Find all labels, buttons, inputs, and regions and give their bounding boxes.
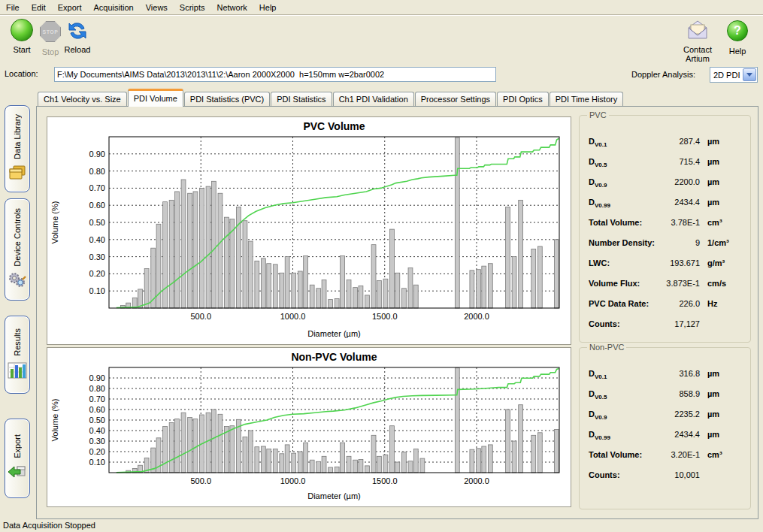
stat-value: 3.20E-1 [625, 450, 700, 459]
stat-unit: µm [707, 137, 719, 146]
chart-canvas: 0.100.200.300.400.500.600.700.800.90500.… [47, 348, 569, 505]
status-bar: Data Acquisition Stopped [0, 518, 763, 532]
tab-pdi-statistics[interactable]: PDI Statistics [271, 92, 332, 106]
tab-pdi-optics[interactable]: PDI Optics [497, 92, 549, 106]
tab-pdi-statistics-pvc[interactable]: PDI Statistics (PVC) [184, 92, 270, 106]
stat-label: Counts: [589, 470, 620, 479]
y-tick-label: 0.80 [89, 384, 105, 393]
sidebar-item-label: Results [13, 328, 22, 356]
tab-pdi-volume[interactable]: PDI Volume [128, 89, 183, 107]
sidebar-item-data-library[interactable]: Data Library [5, 105, 30, 192]
doppler-analysis-value: 2D PDI [710, 71, 742, 80]
stat-value: 287.4 [625, 137, 700, 146]
stat-value: 858.9 [625, 389, 700, 398]
stat-row: DV0.1287.4µm [580, 132, 750, 153]
y-tick-label: 0.90 [89, 150, 105, 159]
y-tick-label: 0.60 [89, 201, 105, 210]
tab-pdi-time-history[interactable]: PDI Time History [550, 92, 624, 106]
stat-unit: µm [707, 410, 719, 419]
reload-icon [65, 19, 89, 43]
stat-value: 226.0 [625, 299, 700, 308]
pvc-stats-groupbox: PVC DV0.1287.4µmDV0.5715.4µmDV0.92200.0µ… [579, 115, 751, 343]
x-tick-label: 1500.0 [372, 312, 398, 321]
stat-row: DV0.5858.9µm [580, 385, 750, 405]
y-tick-label: 0.40 [89, 235, 105, 244]
menu-item-acquisition[interactable]: Acquisition [88, 2, 140, 14]
status-text: Data Acquisition Stopped [3, 521, 95, 530]
stat-value: 2235.2 [625, 410, 700, 419]
menu-item-file[interactable]: File [0, 2, 26, 14]
sidebar-item-label: Export [13, 434, 22, 458]
stat-row: LWC:193.671g/m³ [580, 254, 750, 274]
doppler-analysis-select[interactable]: 2D PDI [710, 67, 758, 83]
stat-label-dv0-5: DV0.5 [589, 157, 607, 168]
pvc-volume-chart: 0.100.200.300.400.500.600.700.800.90500.… [47, 116, 571, 345]
stat-unit: cm/s [707, 279, 726, 288]
stat-value: 3.78E-1 [625, 218, 700, 227]
chart-canvas: 0.100.200.300.400.500.600.700.800.90500.… [47, 117, 569, 343]
y-tick-label: 0.50 [89, 416, 105, 425]
stat-label-dv0-1: DV0.1 [589, 137, 607, 148]
stat-unit: µm [707, 369, 719, 378]
reload-button[interactable]: Reload [57, 19, 98, 54]
stat-unit: µm [707, 157, 719, 166]
chevron-down-icon[interactable] [743, 68, 756, 81]
stat-value: 3.873E-1 [625, 279, 700, 288]
y-tick-label: 0.20 [89, 447, 105, 456]
stat-row: PVC Data Rate:226.0Hz [580, 295, 750, 315]
tab-ch1-pdi-validation[interactable]: Ch1 PDI Validation [333, 92, 414, 106]
stat-row: Total Volume:3.20E-1cm³ [580, 446, 750, 466]
doppler-analysis-label: Doppler Analysis: [631, 70, 695, 79]
non-pvc-stat-rows: DV0.1316.8µmDV0.5858.9µmDV0.92235.2µmDV0… [580, 364, 750, 486]
y-tick-label: 0.10 [89, 458, 105, 467]
help-icon: ? [725, 20, 749, 44]
x-axis-label: Diameter (µm) [307, 329, 361, 338]
folders-icon [8, 159, 27, 183]
barchart-icon [8, 356, 27, 381]
x-tick-label: 1000.0 [280, 312, 306, 321]
menu-item-views[interactable]: Views [140, 2, 174, 14]
stat-label-dv0-99: DV0.99 [589, 198, 610, 209]
sidebar-item-results[interactable]: Results [5, 316, 30, 394]
pvc-stat-rows: DV0.1287.4µmDV0.5715.4µmDV0.92200.0µmDV0… [580, 132, 750, 335]
y-tick-label: 0.30 [89, 437, 105, 446]
menu-item-edit[interactable]: Edit [26, 2, 52, 14]
y-tick-label: 0.30 [89, 252, 105, 261]
stat-label: Counts: [589, 319, 620, 328]
sidebar-item-label: Device Controls [13, 208, 22, 267]
menu-item-network[interactable]: Network [210, 2, 253, 14]
stat-unit: µm [707, 198, 719, 207]
stat-row: DV0.5715.4µm [580, 153, 750, 173]
stat-value: 2434.4 [625, 430, 700, 439]
stat-unit: cm³ [707, 450, 722, 459]
chart-title: PVC Volume [303, 120, 365, 132]
stat-row: DV0.992434.4µm [580, 425, 750, 446]
x-tick-label: 500.0 [190, 476, 211, 485]
help-button[interactable]: ? Help [722, 19, 752, 56]
sidebar: Data LibraryDevice ControlsResultsExport [0, 89, 35, 518]
y-tick-label: 0.80 [89, 167, 105, 176]
sidebar-item-export[interactable]: Export [5, 419, 30, 498]
menu-item-export[interactable]: Export [52, 2, 88, 14]
tab-strip: Ch1 Velocity vs. SizePDI VolumePDI Stati… [38, 89, 624, 106]
x-tick-label: 500.0 [190, 312, 211, 321]
tab-processor-settings[interactable]: Processor Settings [415, 92, 496, 106]
non-pvc-groupbox-title: Non-PVC [587, 343, 626, 352]
contact-artium-button[interactable]: Contact Artium [676, 19, 719, 63]
stat-label-dv0-9: DV0.9 [589, 177, 607, 189]
y-axis-label: Volume (%) [50, 399, 59, 442]
menu-bar: FileEditExportAcquisitionViewsScriptsNet… [0, 0, 763, 15]
stat-row: DV0.92200.0µm [580, 173, 750, 193]
location-input[interactable] [54, 67, 496, 82]
menu-item-scripts[interactable]: Scripts [174, 2, 211, 14]
location-row: Location: Doppler Analysis: 2D PDI [0, 66, 763, 83]
stat-value: 193.671 [625, 258, 700, 268]
stat-row: Counts:17,127 [580, 315, 750, 335]
stat-unit: g/m³ [707, 258, 725, 268]
stat-row: Volume Flux:3.873E-1cm/s [580, 274, 750, 295]
non-pvc-stats-groupbox: Non-PVC DV0.1316.8µmDV0.5858.9µmDV0.9223… [579, 347, 751, 509]
export-arrow-icon [7, 458, 28, 482]
tab-ch1-velocity-vs-size[interactable]: Ch1 Velocity vs. Size [38, 92, 127, 106]
sidebar-item-device-controls[interactable]: Device Controls [5, 198, 30, 301]
menu-item-help[interactable]: Help [253, 2, 283, 14]
